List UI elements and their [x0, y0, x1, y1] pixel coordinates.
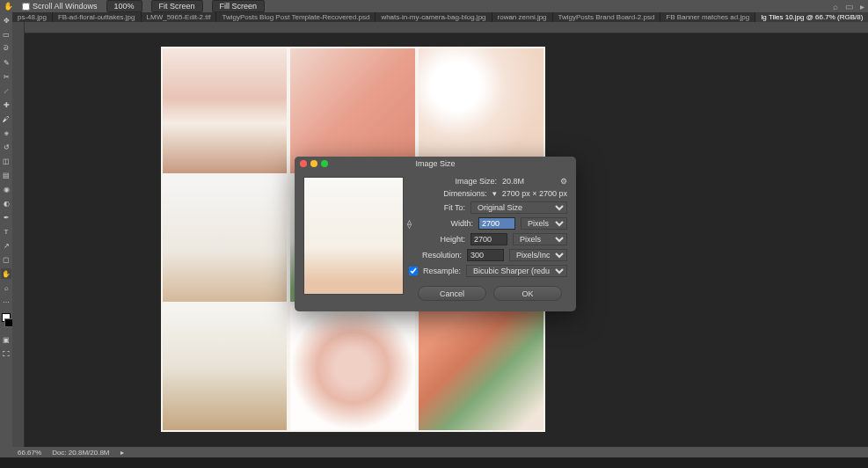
- status-zoom[interactable]: 66.67%: [18, 449, 41, 457]
- zoom-level-button[interactable]: 100%: [106, 0, 142, 12]
- canvas-image-tile: [419, 305, 543, 430]
- dialog-title-text: Image Size: [415, 159, 455, 168]
- gradient-tool[interactable]: ▤: [1, 170, 11, 180]
- resample-label: Resample:: [423, 267, 461, 275]
- eyedropper-tool[interactable]: ⟋: [1, 85, 11, 96]
- dodge-tool[interactable]: ◐: [1, 198, 11, 208]
- document-tab[interactable]: TwigyPosts Blog Post Template-Recovered.…: [216, 12, 376, 22]
- vertical-ruler[interactable]: [12, 22, 25, 447]
- resample-method-select[interactable]: Bicubic Sharper (reduction): [466, 265, 567, 277]
- height-input[interactable]: [470, 233, 507, 245]
- search-icon[interactable]: ⌕: [833, 2, 838, 11]
- fill-screen-button[interactable]: Fill Screen: [212, 0, 266, 12]
- brush-tool[interactable]: 🖌: [1, 113, 11, 124]
- document-tab[interactable]: rowan zenni.jpg: [492, 12, 553, 22]
- move-tool[interactable]: ✥: [1, 15, 11, 26]
- status-doc-size[interactable]: Doc: 20.8M/20.8M: [52, 449, 109, 457]
- crop-tool[interactable]: ✂: [1, 71, 11, 82]
- canvas-image-tile: [290, 305, 415, 430]
- image-size-value: 20.8M: [502, 177, 555, 186]
- canvas-image-tile: [290, 48, 415, 173]
- fit-to-label: Fit To:: [412, 203, 465, 212]
- constrain-proportions-icon[interactable]: ⟠: [407, 219, 412, 229]
- pen-tool[interactable]: ✒: [1, 212, 11, 223]
- width-unit-select[interactable]: Pixels: [521, 217, 567, 230]
- document-tab[interactable]: FB Banner matches ad.jpg: [660, 12, 755, 22]
- healing-tool[interactable]: ✚: [1, 99, 11, 110]
- hand-tool-icon: ✋: [4, 2, 13, 11]
- minimize-window-icon[interactable]: [310, 160, 317, 167]
- dialog-titlebar[interactable]: Image Size: [295, 157, 576, 170]
- quick-mask-toggle[interactable]: ▣: [1, 334, 11, 345]
- gear-icon[interactable]: ⚙: [560, 177, 567, 186]
- dimensions-unit-toggle[interactable]: ▾: [492, 189, 497, 198]
- height-label: Height:: [412, 235, 465, 244]
- document-tab[interactable]: ps-48.jpg: [12, 12, 53, 22]
- screen-mode-toggle[interactable]: ⛶: [1, 348, 11, 359]
- document-tab[interactable]: TwigyPosts Brand Board-2.psd: [553, 12, 661, 22]
- fit-screen-button[interactable]: Fit Screen: [151, 0, 203, 12]
- dialog-preview-image: [303, 177, 404, 295]
- window-controls: ⌕ ▭ ▸: [833, 0, 864, 12]
- document-tab[interactable]: whats-in-my-camera-bag-blog.jpg: [376, 12, 492, 22]
- shape-tool[interactable]: ▢: [1, 254, 11, 265]
- blur-tool[interactable]: ◉: [1, 184, 11, 194]
- scroll-label: Scroll All Windows: [33, 2, 98, 11]
- zoom-tool[interactable]: ⌕: [1, 282, 11, 293]
- canvas-image-tile: [163, 48, 288, 173]
- stamp-tool[interactable]: ⎈: [1, 128, 11, 138]
- width-input[interactable]: [478, 217, 515, 230]
- ok-button[interactable]: OK: [493, 286, 562, 301]
- dimensions-label: Dimensions:: [434, 189, 487, 198]
- hand-tool[interactable]: ✋: [1, 268, 11, 279]
- cancel-button[interactable]: Cancel: [418, 286, 486, 301]
- document-tab[interactable]: LMW_5965-Edit-2.tif: [142, 12, 217, 22]
- horizontal-ruler[interactable]: [25, 22, 868, 33]
- document-tabs: ps-48.jpg FB-ad-floral-outtakes.jpg LMW_…: [12, 12, 868, 22]
- dimensions-value: 2700 px × 2700 px: [502, 189, 567, 198]
- quick-select-tool[interactable]: ✎: [1, 57, 11, 68]
- resolution-unit-select[interactable]: Pixels/Inch: [509, 249, 567, 261]
- image-size-dialog: Image Size Image Size: 20.8M ⚙ Dimension…: [295, 157, 576, 311]
- collapse-icon[interactable]: ▸: [860, 2, 864, 11]
- maximize-window-icon[interactable]: [321, 160, 328, 167]
- status-bar: 66.67% Doc: 20.8M/20.8M ▸: [12, 447, 868, 457]
- history-brush-tool[interactable]: ↺: [1, 142, 11, 152]
- close-window-icon[interactable]: [300, 160, 307, 167]
- resolution-label: Resolution:: [409, 251, 462, 260]
- marquee-tool[interactable]: ▭: [1, 29, 11, 40]
- fit-to-select[interactable]: Original Size: [470, 201, 567, 214]
- width-label: Width:: [420, 219, 473, 228]
- resolution-input[interactable]: [467, 249, 504, 261]
- scroll-all-windows-checkbox[interactable]: Scroll All Windows: [22, 2, 98, 11]
- options-bar: ✋ Scroll All Windows 100% Fit Screen Fil…: [0, 0, 868, 12]
- image-size-label: Image Size:: [444, 177, 497, 186]
- document-tab-active[interactable]: Ig Tiles 10.jpg @ 66.7% (RGB/8): [755, 12, 868, 22]
- status-chevron-icon[interactable]: ▸: [120, 449, 124, 457]
- type-tool[interactable]: T: [1, 226, 11, 237]
- more-tools[interactable]: ⋯: [1, 296, 11, 307]
- canvas-image-tile: [163, 177, 288, 302]
- eraser-tool[interactable]: ◫: [1, 156, 11, 166]
- canvas-image-tile: [163, 305, 288, 430]
- canvas-image-tile: [419, 48, 543, 173]
- height-unit-select[interactable]: Pixels: [513, 233, 567, 245]
- arrange-icon[interactable]: ▭: [845, 2, 853, 11]
- resample-checkbox[interactable]: [409, 267, 418, 275]
- lasso-tool[interactable]: ᘐ: [1, 43, 11, 54]
- tools-panel: ✥ ▭ ᘐ ✎ ✂ ⟋ ✚ 🖌 ⎈ ↺ ◫ ▤ ◉ ◐ ✒ T ↗ ▢ ✋ ⌕ …: [0, 12, 12, 457]
- document-tab[interactable]: FB-ad-floral-outtakes.jpg: [53, 12, 142, 22]
- path-tool[interactable]: ↗: [1, 240, 11, 251]
